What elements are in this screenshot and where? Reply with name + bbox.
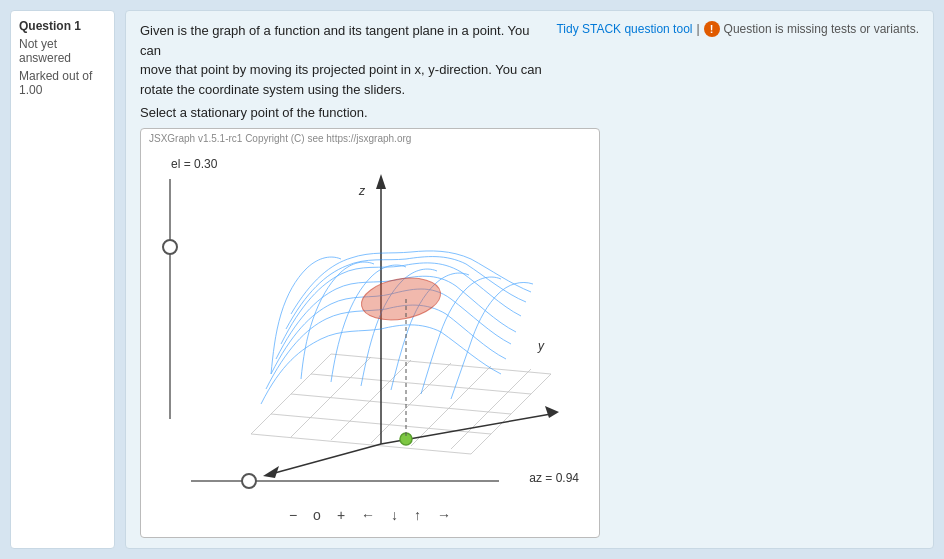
elevation-slider-handle[interactable] xyxy=(162,239,178,255)
svg-line-14 xyxy=(271,444,381,474)
ctrl-left[interactable]: ← xyxy=(357,505,379,525)
svg-line-6 xyxy=(291,357,371,437)
svg-line-8 xyxy=(371,363,451,443)
ctrl-right[interactable]: → xyxy=(433,505,455,525)
jsxgraph-header: JSXGraph v1.5.1-rc1 Copyright (C) see ht… xyxy=(141,129,419,148)
bottom-controls: − o + ← ↓ ↑ → xyxy=(141,505,599,525)
svg-marker-17 xyxy=(545,406,559,418)
top-links: Tidy STACK question tool | ! Question is… xyxy=(556,21,919,37)
not-answered-label: Not yet answered xyxy=(19,37,106,65)
svg-line-0 xyxy=(251,434,471,454)
azimuth-slider-handle[interactable] xyxy=(241,473,257,489)
select-label: Select a stationary point of the functio… xyxy=(140,105,919,120)
svg-line-7 xyxy=(331,360,411,440)
marked-out-label: Marked out of 1.00 xyxy=(19,69,106,97)
warning-icon[interactable]: ! xyxy=(704,21,720,37)
svg-line-5 xyxy=(251,354,331,434)
top-bar: Given is the graph of a function and its… xyxy=(140,21,919,99)
sidebar: Question 1 Not yet answered Marked out o… xyxy=(10,10,115,549)
question-label: Question 1 xyxy=(19,19,106,33)
ctrl-minus[interactable]: − xyxy=(285,505,301,525)
description: Given is the graph of a function and its… xyxy=(140,21,546,99)
3d-graph-svg xyxy=(191,149,571,499)
tidy-stack-link[interactable]: Tidy STACK question tool xyxy=(556,22,692,36)
svg-line-11 xyxy=(471,374,551,454)
svg-point-18 xyxy=(358,272,444,325)
ctrl-up[interactable]: ↑ xyxy=(410,505,425,525)
graph-container[interactable]: JSXGraph v1.5.1-rc1 Copyright (C) see ht… xyxy=(140,128,600,538)
main-content: Given is the graph of a function and its… xyxy=(125,10,934,549)
azimuth-slider[interactable] xyxy=(191,471,499,491)
svg-marker-13 xyxy=(376,174,386,189)
azimuth-slider-track xyxy=(191,480,499,482)
ctrl-plus[interactable]: + xyxy=(333,505,349,525)
svg-line-10 xyxy=(451,369,531,449)
elevation-slider-track xyxy=(169,179,171,419)
ctrl-zero[interactable]: o xyxy=(309,505,325,525)
ctrl-down[interactable]: ↓ xyxy=(387,505,402,525)
elevation-slider[interactable] xyxy=(169,179,171,459)
